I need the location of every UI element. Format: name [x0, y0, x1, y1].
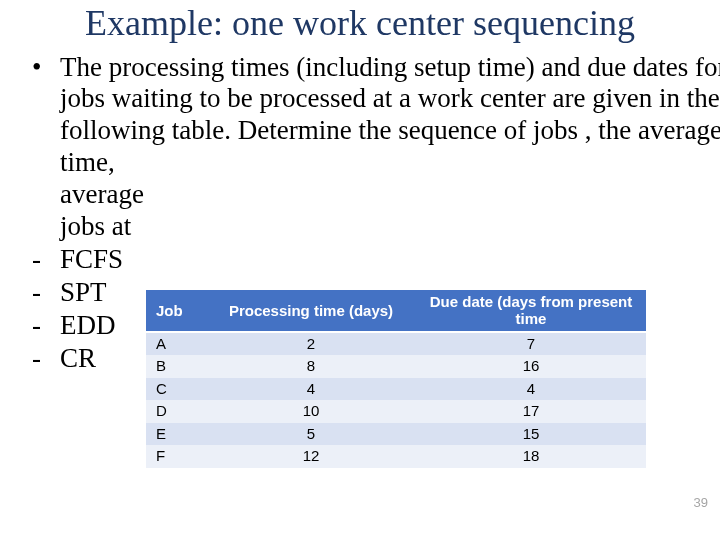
bullet-dot-icon: •	[30, 52, 60, 84]
cell-job: B	[146, 355, 206, 378]
table-row: B 8 16	[146, 355, 646, 378]
dash-icon: -	[30, 342, 60, 375]
cell-proc: 2	[206, 332, 416, 356]
slide: Example: one work center sequencing • Th…	[0, 0, 720, 540]
cell-due: 7	[416, 332, 646, 356]
cell-proc: 12	[206, 445, 416, 468]
jobs-table: Job Processing time (days) Due date (day…	[146, 290, 646, 468]
dash-icon: -	[30, 309, 60, 342]
dash-icon: -	[30, 276, 60, 309]
cell-proc: 8	[206, 355, 416, 378]
main-paragraph: The processing times (including setup ti…	[60, 52, 720, 243]
main-bullet: • The processing times (including setup …	[30, 52, 700, 243]
col-header-job: Job	[146, 290, 206, 332]
cell-job: E	[146, 423, 206, 446]
rule-item: - FCFS	[30, 243, 700, 276]
cell-proc: 4	[206, 378, 416, 401]
rule-label: SPT	[60, 276, 107, 309]
rule-label: FCFS	[60, 243, 123, 276]
table-header-row: Job Processing time (days) Due date (day…	[146, 290, 646, 332]
cell-due: 15	[416, 423, 646, 446]
cell-due: 18	[416, 445, 646, 468]
cell-job: C	[146, 378, 206, 401]
cell-due: 4	[416, 378, 646, 401]
cell-proc: 10	[206, 400, 416, 423]
table-row: D 10 17	[146, 400, 646, 423]
table-row: C 4 4	[146, 378, 646, 401]
cell-proc: 5	[206, 423, 416, 446]
cell-due: 17	[416, 400, 646, 423]
page-number: 39	[694, 495, 708, 510]
cell-due: 16	[416, 355, 646, 378]
col-header-due: Due date (days from present time	[416, 290, 646, 332]
cell-job: D	[146, 400, 206, 423]
cell-job: A	[146, 332, 206, 356]
rule-label: CR	[60, 342, 96, 375]
table-row: A 2 7	[146, 332, 646, 356]
col-header-processing: Processing time (days)	[206, 290, 416, 332]
slide-title: Example: one work center sequencing	[0, 0, 720, 52]
dash-icon: -	[30, 243, 60, 276]
cell-job: F	[146, 445, 206, 468]
table-row: F 12 18	[146, 445, 646, 468]
rule-label: EDD	[60, 309, 116, 342]
table-row: E 5 15	[146, 423, 646, 446]
